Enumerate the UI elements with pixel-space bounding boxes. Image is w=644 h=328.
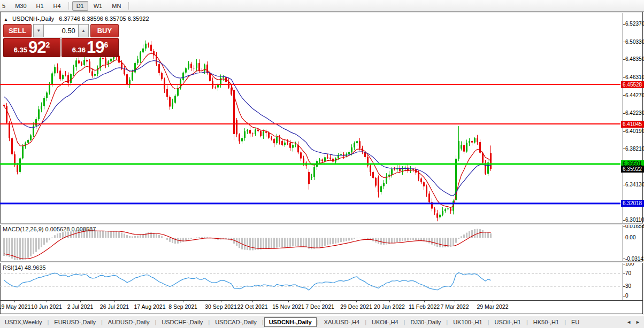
- chart-tab-eurusd-daily[interactable]: EURUSD-,Daily: [49, 317, 101, 327]
- timeframe-button-H1[interactable]: H1: [32, 1, 48, 11]
- chart-tab-usoil-h1[interactable]: USOil-,H1: [489, 317, 526, 327]
- price-tick-label: 6.48350: [625, 56, 644, 63]
- date-tick-label: 19 May 2021: [0, 303, 30, 310]
- date-tick-label: 2 Jul 2021: [67, 303, 93, 310]
- chart-tab-bar: USDX,Weekly|EURUSD-,Daily|AUDUSD-,Daily|…: [0, 315, 644, 328]
- buy-price-sup: 6: [104, 42, 109, 48]
- date-tick-mark: [320, 300, 320, 302]
- timeframe-button-H4[interactable]: H4: [49, 1, 65, 11]
- date-tick-label: 17 Aug 2021: [134, 303, 166, 310]
- price-level-badge: 6.32018: [621, 200, 644, 207]
- price-level-badge: 6.41045: [621, 121, 644, 128]
- macd-splitter[interactable]: [0, 223, 643, 225]
- trading-terminal: { "toolbar": { "timeframes": ["5","M30",…: [0, 0, 644, 328]
- sell-price-box[interactable]: 6.35 92 2: [3, 38, 60, 57]
- chart-ohlc-values: 6.37746 6.38596 6.35705 6.35922: [59, 15, 149, 22]
- tab-scroll-left-button[interactable]: ◄: [624, 318, 633, 326]
- chart-tab-uk100-h1[interactable]: UK100-,H1: [448, 317, 487, 327]
- price-tick-label: 6.50330: [625, 39, 644, 45]
- date-tick-mark: [252, 300, 253, 302]
- sell-button[interactable]: SELL: [3, 24, 32, 37]
- tab-scroll-right-button[interactable]: ►: [633, 318, 642, 326]
- date-tick-label: 26 Jul 2021: [100, 303, 129, 310]
- chart-tab-dj30-daily[interactable]: DJ30-,Daily: [405, 317, 446, 327]
- rsi-label: RSI(14) 48.9635: [3, 264, 46, 271]
- price-tick-label: 6.42230: [625, 110, 644, 116]
- chart-tab-usdcad-daily[interactable]: USDCAD-,Daily: [210, 317, 262, 327]
- sell-price-small: 6.35: [14, 45, 27, 56]
- chart-title: ▲ USDCNH-,Daily 6.37746 6.38596 6.35705 …: [4, 15, 149, 22]
- date-tick-label: 30 Sep 2021: [205, 303, 237, 310]
- toolbar-separator: [68, 2, 69, 10]
- rsi-tick-label: 0: [625, 293, 628, 299]
- volume-input[interactable]: 0.50: [44, 24, 78, 37]
- toolbar-separator: [128, 2, 129, 10]
- macd-tick-label: 0.00: [625, 235, 635, 241]
- chart-tab-audusd-daily[interactable]: AUDUSD-,Daily: [103, 317, 155, 327]
- buy-price-small: 6.36: [72, 45, 86, 56]
- chart-tab-xauusd-h4[interactable]: XAUUSD-,H4: [319, 317, 365, 327]
- sell-price-sup: 2: [46, 42, 50, 48]
- chart-tab-ukoil-h4[interactable]: UKOil-,H4: [367, 317, 403, 327]
- date-tick-mark: [389, 300, 390, 302]
- date-tick-label: 20 Jan 2022: [374, 303, 405, 310]
- timeframe-button-MN[interactable]: MN: [108, 1, 125, 11]
- date-tick-mark: [150, 300, 150, 302]
- chart-tab-usdx-weekly[interactable]: USDX,Weekly: [0, 317, 47, 327]
- date-axis-border: [0, 300, 643, 301]
- date-tick-mark: [14, 300, 15, 302]
- price-tick-label: 6.40190: [625, 128, 644, 135]
- date-tick-mark: [288, 300, 289, 302]
- date-tick-mark: [455, 300, 455, 302]
- date-tick-label: 22 Oct 2021: [237, 303, 267, 310]
- volume-decrease-button[interactable]: ▼: [33, 24, 44, 37]
- price-tick-label: 6.46310: [625, 74, 644, 81]
- date-tick-label: 10 Jun 2021: [31, 303, 62, 310]
- macd-label: MACD(12,26,9) 0.005628 0.008587: [3, 226, 96, 232]
- date-tick-label: 7 Mar 2022: [440, 303, 469, 310]
- timeframe-button-D1[interactable]: D1: [72, 1, 88, 11]
- date-tick-label: 29 Mar 2022: [477, 303, 509, 310]
- date-tick-mark: [47, 300, 47, 302]
- price-tick-label: 6.52370: [625, 21, 644, 27]
- timeframe-button-5[interactable]: 5: [0, 1, 10, 11]
- date-tick-label: 11 Feb 2022: [409, 303, 440, 310]
- price-level-badge: 6.45528: [621, 81, 644, 88]
- price-axis-border: [623, 13, 623, 301]
- date-tick-label: 8 Sep 2021: [168, 303, 197, 310]
- timeframe-button-M30[interactable]: M30: [11, 1, 30, 11]
- timeframe-button-W1[interactable]: W1: [89, 1, 107, 11]
- chart-tab-eu[interactable]: EU: [566, 317, 584, 327]
- timeframe-toolbar: 5M30H1H4D1W1MN: [0, 0, 644, 12]
- buy-price-box[interactable]: 6.36 19 6: [62, 38, 119, 57]
- date-tick-label: 15 Nov 2021: [272, 303, 304, 310]
- date-tick-mark: [80, 300, 81, 302]
- price-tick-label: 6.38210: [625, 146, 644, 152]
- one-click-trade-panel: SELL ▼ 0.50 ▲ BUY 6.35 92 2 6.36 19 6: [3, 24, 119, 57]
- buy-button[interactable]: BUY: [90, 24, 119, 37]
- date-tick-mark: [356, 300, 357, 302]
- rsi-indicator-chart[interactable]: [0, 262, 620, 301]
- date-tick-label: 7 Dec 2021: [305, 303, 334, 310]
- current-price-badge: 6.35922: [621, 166, 644, 173]
- sell-price-big: 92: [28, 40, 45, 56]
- price-tick-label: 6.30110: [625, 217, 644, 223]
- rsi-tick-label: 70: [625, 270, 631, 277]
- collapse-panel-icon[interactable]: ▲: [4, 17, 8, 22]
- chart-tab-usdchf-daily[interactable]: USDCHF-,Daily: [157, 317, 208, 327]
- volume-increase-button[interactable]: ▲: [78, 24, 89, 37]
- date-tick-mark: [424, 300, 425, 302]
- date-tick-mark: [114, 300, 115, 302]
- chart-tab-hk50-h1[interactable]: HK50-,H1: [528, 317, 564, 327]
- date-tick-mark: [183, 300, 183, 302]
- date-tick-mark: [493, 300, 493, 302]
- rsi-tick-label: 30: [625, 283, 631, 290]
- chart-tab-usdcnh-daily[interactable]: USDCNH-,Daily: [264, 317, 317, 327]
- price-tick-label: 6.44270: [625, 92, 644, 99]
- date-tick-mark: [221, 300, 221, 302]
- date-tick-label: 29 Dec 2021: [340, 303, 372, 310]
- price-tick-label: 6.34130: [625, 182, 644, 188]
- chart-symbol-period: USDCNH-,Daily: [12, 15, 54, 22]
- buy-price-big: 19: [87, 40, 104, 56]
- rsi-splitter[interactable]: [0, 261, 643, 263]
